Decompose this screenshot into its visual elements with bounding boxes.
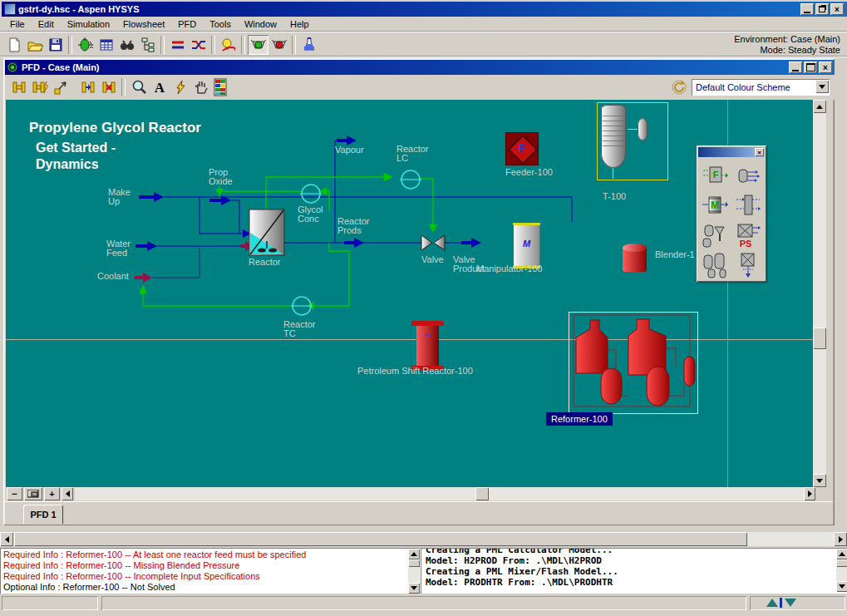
stream-reactor-prods[interactable] (284, 238, 421, 248)
save-case-button[interactable] (45, 35, 66, 55)
size-mode-button[interactable] (50, 77, 71, 97)
label-reactor[interactable]: Reactor (249, 258, 281, 267)
trace-splitter-icon[interactable] (780, 598, 782, 608)
refresh-button[interactable] (672, 80, 687, 95)
menu-file[interactable]: File (3, 17, 32, 32)
unit-operations-button[interactable] (75, 35, 96, 55)
status-message[interactable]: Required Info : Reformer-100 -- Missing … (3, 560, 406, 571)
workbook-button[interactable] (96, 35, 116, 55)
colour-legend-button[interactable] (211, 76, 229, 98)
unit-t100-condenser[interactable] (638, 118, 648, 140)
close-button[interactable]: × (830, 3, 844, 15)
scroll-up-button[interactable] (813, 100, 826, 113)
scroll-down-button[interactable] (813, 474, 826, 487)
scroll-up-button[interactable] (836, 549, 847, 559)
status-scrollbar[interactable] (408, 549, 420, 594)
pfd-vertical-scrollbar[interactable] (813, 100, 826, 487)
scroll-left-button[interactable] (62, 487, 73, 500)
label-prop-oxide[interactable]: Prop Oxide (209, 168, 233, 186)
palette-flash-icon[interactable] (735, 252, 761, 278)
open-case-button[interactable] (24, 35, 45, 55)
attach-mode-button[interactable] (8, 77, 29, 97)
status-message[interactable]: Required Info : Reformer-100 -- At least… (3, 549, 406, 560)
label-coolant[interactable]: Coolant (97, 272, 129, 281)
scroll-right-button[interactable] (804, 487, 815, 500)
status-message[interactable]: Optional Info : Reformer-100 -- Not Solv… (3, 582, 406, 593)
label-blender[interactable]: Blender-1 (655, 250, 695, 259)
zoom-button[interactable] (128, 77, 149, 97)
zoom-box-button[interactable] (24, 487, 42, 500)
material-streams-button[interactable] (167, 35, 188, 55)
pfd-minimize-button[interactable] (789, 62, 802, 73)
auto-attach-button[interactable] (29, 77, 50, 97)
menu-edit[interactable]: Edit (32, 17, 61, 32)
label-reactor-prods[interactable]: Reactor Prods (337, 217, 370, 235)
label-t-100[interactable]: T-100 (603, 192, 626, 201)
label-petroleum-shift-reactor[interactable]: Petroleum Shift Reactor-100 (357, 367, 473, 376)
tab-pfd-1[interactable]: PFD 1 (23, 505, 63, 524)
leave-environment-button[interactable] (298, 35, 319, 55)
stream-coolant[interactable] (135, 248, 199, 283)
palette-manipulator-icon[interactable]: M (702, 192, 728, 219)
trace-scroll-thumb[interactable] (836, 559, 847, 567)
scroll-up-button[interactable] (408, 549, 420, 559)
palette-column-icon[interactable] (735, 192, 761, 219)
palette-multi-feed-icon[interactable] (735, 162, 761, 189)
controller-reactor-tc[interactable] (291, 297, 313, 315)
object-navigator-button[interactable] (137, 35, 158, 55)
colour-scheme-dropdown[interactable]: Default Colour Scheme (692, 79, 830, 96)
controller-glycol-conc[interactable] (300, 185, 322, 203)
unit-reformer-100[interactable] (569, 312, 698, 414)
break-connection-button[interactable] (77, 77, 98, 97)
scroll-down-button[interactable] (836, 581, 847, 592)
main-horizontal-scrollbar[interactable] (0, 532, 847, 546)
label-manipulator-100[interactable]: Manipulator-100 (476, 264, 543, 274)
dropdown-arrow-button[interactable] (815, 80, 829, 93)
expand-trace-icon[interactable] (766, 599, 778, 607)
pfd-maximize-button[interactable] (804, 62, 817, 73)
trace-scrollbar[interactable] (836, 549, 847, 592)
label-reactor-tc[interactable]: Reactor TC (283, 320, 316, 338)
horizontal-scroll-thumb[interactable] (475, 487, 489, 500)
find-object-button[interactable] (116, 35, 137, 55)
stream-valve-product[interactable] (445, 238, 481, 248)
label-vapour[interactable]: Vapour (335, 145, 364, 155)
swap-connections-button[interactable] (98, 77, 119, 97)
palette-petroleum-shift-icon[interactable]: PS (735, 222, 761, 249)
trace-pane[interactable]: Creating a PML Calculator Model... Model… (421, 548, 847, 594)
menu-window[interactable]: Window (238, 17, 283, 32)
main-scroll-left-button[interactable] (0, 532, 13, 546)
unit-t100-column[interactable] (601, 105, 626, 168)
palette-close-button[interactable]: × (755, 148, 764, 156)
solver-active-button[interactable] (248, 35, 268, 55)
unit-manipulator-100[interactable]: M (513, 223, 540, 269)
unit-feeder-100[interactable]: F (505, 132, 539, 165)
collapse-trace-icon[interactable] (785, 599, 796, 607)
palette-title-bar[interactable]: × (698, 147, 765, 157)
signal-lc-to-valve[interactable] (420, 179, 437, 233)
unit-valve[interactable] (421, 235, 445, 250)
restore-button[interactable] (815, 3, 829, 15)
label-reformer-100-selected[interactable]: Reformer-100 (546, 412, 613, 426)
pfd-horizontal-scrollbar[interactable] (75, 487, 804, 500)
label-water-feed[interactable]: Water Feed (106, 239, 130, 258)
pfd-close-button[interactable]: × (819, 62, 832, 73)
menu-tools[interactable]: Tools (203, 17, 238, 32)
main-scroll-right-button[interactable] (834, 532, 847, 546)
label-glycol-conc[interactable]: Glycol Conc (298, 205, 323, 224)
quick-route-button[interactable] (170, 77, 190, 97)
zoom-in-button[interactable]: + (44, 487, 60, 500)
menu-flowsheet[interactable]: Flowsheet (116, 17, 171, 32)
signal-glycol-conc-to-prop-oxide[interactable] (215, 186, 302, 197)
stream-water-feed[interactable] (135, 241, 254, 251)
stream-prop-oxide[interactable] (209, 195, 239, 234)
menu-simulation[interactable]: Simulation (61, 17, 116, 32)
vertical-scroll-thumb[interactable] (813, 328, 826, 349)
menu-help[interactable]: Help (283, 17, 316, 32)
unit-reactor[interactable] (249, 209, 284, 255)
object-palette-window[interactable]: × F M PS (697, 145, 766, 282)
label-valve[interactable]: Valve (421, 255, 444, 264)
signal-prods-to-tc[interactable] (307, 243, 349, 310)
optimizer-button[interactable] (218, 35, 239, 55)
controller-reactor-lc[interactable] (400, 170, 421, 189)
